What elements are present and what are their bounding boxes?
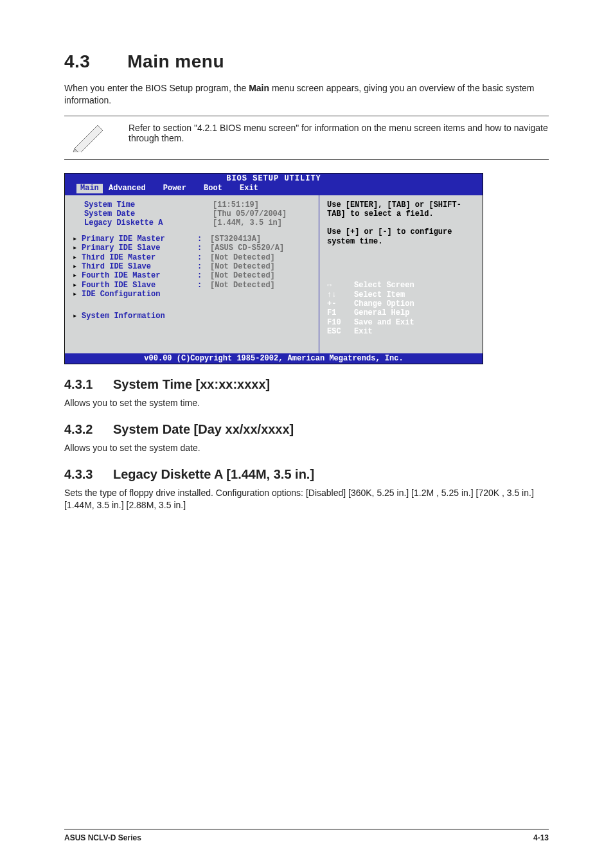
bios-screenshot: BIOS SETUP UTILITY Main Advanced Power B…	[64, 173, 483, 364]
bios-title: BIOS SETUP UTILITY	[65, 173, 483, 184]
bios-field[interactable]: ▸Third IDE Master:[Not Detected]	[84, 253, 312, 262]
bios-field[interactable]: ▸Primary IDE Master:[ST320413A]	[84, 235, 312, 244]
subsection-heading: 4.3.2System Date [Day xx/xx/xxxx]	[64, 422, 549, 437]
bios-field[interactable]: ▸Fourth IDE Master:[Not Detected]	[84, 271, 312, 280]
bios-tab-advanced[interactable]: Advanced	[107, 184, 157, 193]
subsection-heading: 4.3.1System Time [xx:xx:xxxx]	[64, 377, 549, 392]
bios-help-1: Use [ENTER], [TAB] or [SHIFT-TAB] to sel…	[327, 200, 475, 219]
footer-left: ASUS NCLV-D Series	[64, 833, 141, 842]
bios-field[interactable]: ▸Primary IDE Slave:[ASUS CD-S520/A]	[84, 244, 312, 252]
subsection-body: Sets the type of floppy drive installed.…	[64, 487, 549, 511]
bios-left-panel: System Time[11:51:19] System Date[Thu 05…	[65, 195, 319, 353]
footer-right: 4-13	[533, 833, 549, 842]
bios-field[interactable]: ▸IDE Configuration	[84, 290, 312, 299]
bios-tab-main[interactable]: Main	[76, 184, 103, 193]
triangle-right-icon: ▸	[73, 244, 82, 252]
triangle-right-icon: ▸	[73, 253, 82, 262]
bios-field[interactable]: Legacy Diskette A[1.44M, 3.5 in]	[84, 218, 312, 227]
triangle-right-icon: ▸	[73, 290, 82, 299]
bios-field[interactable]: System Time[11:51:19]	[84, 200, 312, 209]
bios-copyright: v00.00 (C)Copyright 1985-2002, American …	[65, 353, 483, 364]
triangle-right-icon: ▸	[73, 262, 82, 271]
triangle-right-icon: ▸	[73, 312, 82, 321]
subsection-body: Allows you to set the system date.	[64, 442, 549, 454]
bios-help-keys: ↔Select Screen ↑↓Select Item +-Change Op…	[327, 281, 475, 336]
subsection-heading: 4.3.3Legacy Diskette A [1.44M, 3.5 in.]	[64, 467, 549, 482]
subsection-body: Allows you to set the system time.	[64, 397, 549, 409]
note-block: Refer to section "4.2.1 BIOS menu screen…	[64, 116, 549, 160]
section-title: Main menu	[127, 51, 224, 71]
note-text: Refer to section "4.2.1 BIOS menu screen…	[129, 121, 549, 143]
bios-tab-power[interactable]: Power	[162, 184, 198, 193]
bios-menubar: Main Advanced Power Boot Exit	[65, 184, 483, 194]
triangle-right-icon: ▸	[73, 271, 82, 280]
bios-help-2: Use [+] or [-] to configure system time.	[327, 227, 475, 246]
triangle-right-icon: ▸	[73, 281, 82, 290]
bios-field[interactable]: ▸System Information	[84, 312, 312, 321]
intro-bold: Main	[249, 83, 269, 93]
page: 4.3 Main menu When you enter the BIOS Se…	[0, 0, 613, 868]
bios-help-panel: Use [ENTER], [TAB] or [SHIFT-TAB] to sel…	[319, 195, 483, 353]
section-number: 4.3	[64, 51, 122, 72]
bios-tab-exit[interactable]: Exit	[238, 184, 270, 193]
bios-field[interactable]: System Date[Thu 05/07/2004]	[84, 209, 312, 218]
page-footer: ASUS NCLV-D Series 4-13	[64, 829, 549, 842]
bios-field[interactable]: ▸Third IDE Slave:[Not Detected]	[84, 262, 312, 271]
bios-tab-boot[interactable]: Boot	[202, 184, 234, 193]
bios-body: System Time[11:51:19] System Date[Thu 05…	[65, 195, 483, 353]
section-heading: 4.3 Main menu	[64, 51, 549, 72]
pencil-icon	[64, 121, 129, 154]
intro-paragraph: When you enter the BIOS Setup program, t…	[64, 82, 549, 107]
triangle-right-icon: ▸	[73, 235, 82, 244]
bios-field[interactable]: ▸Fourth IDE Slave:[Not Detected]	[84, 281, 312, 290]
